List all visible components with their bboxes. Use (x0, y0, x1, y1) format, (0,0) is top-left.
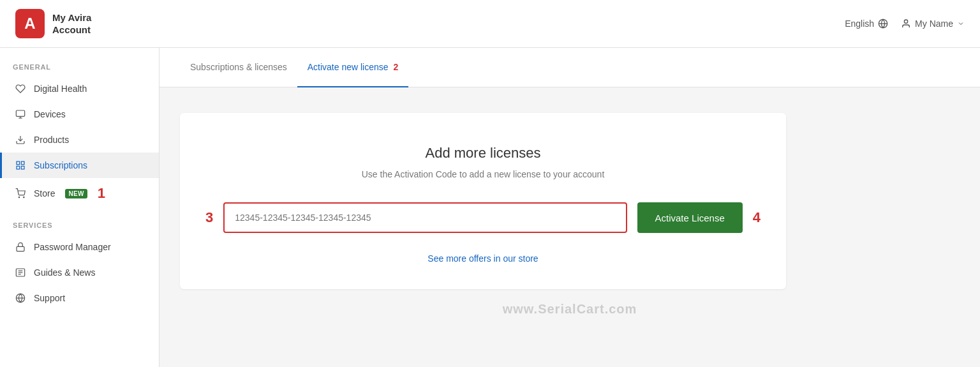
store-link[interactable]: See more offers in our store (427, 253, 538, 264)
sidebar-section-general: GENERAL (0, 63, 159, 76)
header: A My Avira Account English My Name (0, 0, 980, 48)
content-area: Add more licenses Use the Activation Cod… (160, 87, 980, 342)
svg-rect-9 (17, 166, 20, 169)
sidebar-item-label: Store (34, 188, 55, 198)
header-left: A My Avira Account (15, 9, 91, 38)
cart-icon (15, 188, 26, 199)
lock-icon (15, 241, 26, 253)
tab-subscriptions-licenses[interactable]: Subscriptions & licenses (180, 48, 297, 87)
sidebar-item-digital-health[interactable]: Digital Health (0, 76, 159, 101)
activate-license-button[interactable]: Activate License (637, 202, 743, 233)
store-link-container: See more offers in our store (205, 253, 761, 264)
store-new-badge: NEW (65, 189, 87, 198)
news-icon (15, 267, 26, 278)
svg-rect-3 (16, 110, 24, 116)
watermark: www.SerialCart.com (180, 302, 960, 317)
sidebar-item-store[interactable]: Store NEW 1 (0, 178, 159, 209)
svg-point-2 (904, 20, 907, 23)
tabs: Subscriptions & licenses Activate new li… (160, 48, 980, 87)
sidebar: GENERAL Digital Health Devices Products (0, 48, 160, 367)
step-1: 1 (98, 185, 105, 202)
sidebar-item-support[interactable]: Support (0, 285, 159, 311)
sidebar-item-products[interactable]: Products (0, 127, 159, 153)
logo-letter: A (24, 15, 35, 33)
svg-rect-8 (21, 161, 24, 165)
globe-icon (878, 19, 888, 29)
sidebar-item-label: Password Manager (34, 242, 111, 252)
user-icon (901, 19, 911, 29)
main-content: Subscriptions & licenses Activate new li… (160, 48, 980, 367)
header-right: English My Name (845, 19, 965, 29)
avira-logo: A (15, 9, 45, 38)
activation-code-input[interactable] (223, 202, 627, 233)
card-subtitle: Use the Activation Code to add a new lic… (205, 169, 761, 179)
svg-point-12 (24, 197, 24, 197)
step-4: 4 (753, 209, 761, 226)
card-title: Add more licenses (205, 145, 761, 161)
user-menu[interactable]: My Name (901, 19, 965, 29)
tab-step-2: 2 (393, 62, 398, 72)
header-title: My Avira Account (52, 11, 91, 36)
sidebar-item-password-manager[interactable]: Password Manager (0, 234, 159, 260)
language-label: English (845, 19, 874, 29)
sidebar-item-subscriptions[interactable]: Subscriptions (0, 153, 159, 178)
chevron-down-icon (957, 20, 965, 27)
tab-label: Activate new license (308, 62, 389, 72)
sidebar-item-label: Subscriptions (34, 160, 87, 170)
sidebar-item-label: Support (34, 293, 65, 303)
heart-icon (15, 83, 26, 94)
activate-license-card: Add more licenses Use the Activation Cod… (180, 113, 786, 289)
sidebar-section-services: SERVICES (0, 221, 159, 234)
svg-rect-13 (17, 246, 24, 251)
download-icon (15, 134, 26, 146)
sidebar-item-guides-news[interactable]: Guides & News (0, 260, 159, 285)
sidebar-item-label: Devices (34, 109, 66, 119)
activation-row: 3 Activate License 4 (205, 202, 761, 233)
sidebar-item-label: Digital Health (34, 84, 87, 94)
monitor-icon (15, 109, 26, 120)
tab-activate-license[interactable]: Activate new license 2 (297, 48, 409, 87)
sidebar-item-devices[interactable]: Devices (0, 101, 159, 127)
layout: GENERAL Digital Health Devices Products (0, 48, 980, 367)
support-globe-icon (15, 292, 26, 304)
tab-label: Subscriptions & licenses (190, 62, 287, 72)
step-3: 3 (205, 209, 213, 226)
language-selector[interactable]: English (845, 19, 888, 29)
sidebar-item-label: Products (34, 135, 69, 145)
svg-rect-10 (21, 166, 24, 169)
user-name: My Name (915, 19, 953, 29)
sidebar-item-label: Guides & News (34, 267, 95, 278)
grid-icon (15, 160, 26, 171)
svg-rect-7 (17, 161, 20, 165)
svg-point-11 (19, 197, 19, 197)
